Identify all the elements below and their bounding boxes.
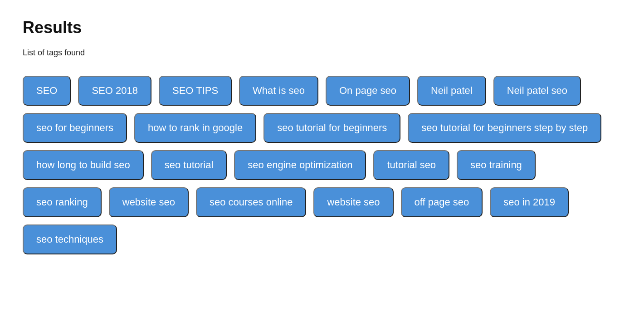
tag-item[interactable]: seo courses online xyxy=(196,187,306,217)
page-subtitle: List of tags found xyxy=(23,48,621,58)
tag-item[interactable]: how to rank in google xyxy=(134,113,256,143)
tag-item[interactable]: On page seo xyxy=(326,76,410,106)
tag-item[interactable]: seo for beginners xyxy=(23,113,127,143)
tag-item[interactable]: seo tutorial for beginners xyxy=(263,113,400,143)
tag-item[interactable]: off page seo xyxy=(401,187,483,217)
tag-item[interactable]: seo ranking xyxy=(23,187,102,217)
tag-item[interactable]: how long to build seo xyxy=(23,150,144,180)
tags-container: SEOSEO 2018SEO TIPSWhat is seoOn page se… xyxy=(23,76,621,254)
tag-item[interactable]: website seo xyxy=(313,187,393,217)
tag-item[interactable]: seo training xyxy=(457,150,536,180)
page-title: Results xyxy=(23,18,621,37)
tag-item[interactable]: SEO TIPS xyxy=(159,76,232,106)
tag-item[interactable]: seo techniques xyxy=(23,224,117,254)
tag-item[interactable]: SEO xyxy=(23,76,71,106)
tag-item[interactable]: seo engine optimization xyxy=(234,150,366,180)
tag-item[interactable]: tutorial seo xyxy=(373,150,449,180)
tag-item[interactable]: seo tutorial xyxy=(151,150,227,180)
tag-item[interactable]: What is seo xyxy=(239,76,318,106)
tag-item[interactable]: SEO 2018 xyxy=(78,76,151,106)
tag-item[interactable]: seo in 2019 xyxy=(490,187,569,217)
tag-item[interactable]: seo tutorial for beginners step by step xyxy=(408,113,601,143)
tag-item[interactable]: Neil patel seo xyxy=(493,76,581,106)
tag-item[interactable]: website seo xyxy=(109,187,189,217)
tag-item[interactable]: Neil patel xyxy=(417,76,486,106)
